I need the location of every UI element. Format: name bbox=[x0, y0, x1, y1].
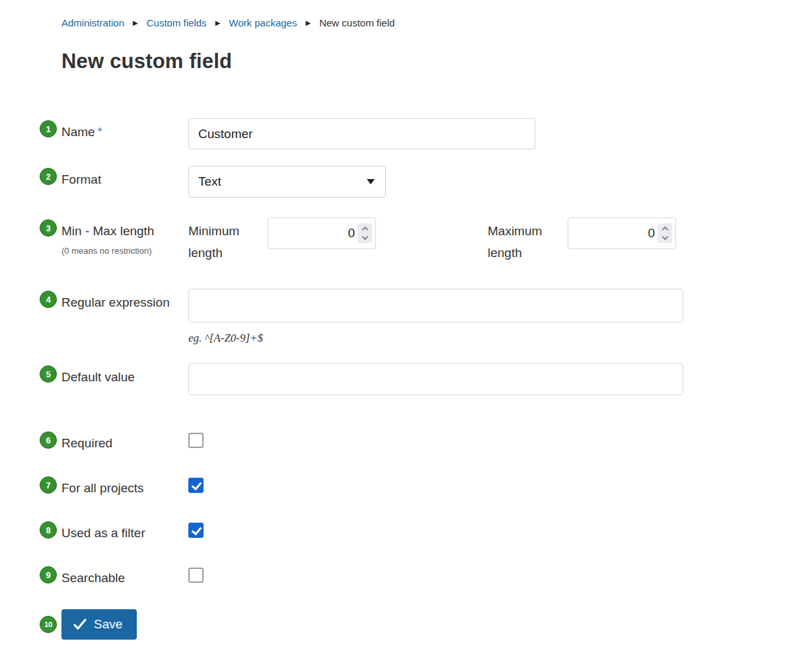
save-button[interactable]: Save bbox=[61, 609, 137, 640]
select-caret-icon bbox=[367, 179, 375, 184]
spinner-up-icon[interactable] bbox=[361, 227, 368, 233]
required-checkbox[interactable] bbox=[188, 433, 204, 448]
used-as-filter-checkbox[interactable] bbox=[188, 523, 204, 538]
minimum-length-label: Minimum length bbox=[188, 217, 268, 264]
step-badge-7: 7 bbox=[40, 476, 57, 494]
minimum-length-input[interactable]: 0 bbox=[268, 217, 376, 249]
required-label: Required bbox=[61, 436, 112, 450]
form-row-required: 6 Required bbox=[40, 429, 791, 448]
regular-expression-label: Regular expression bbox=[61, 295, 170, 309]
breadcrumb-separator-icon: ▶ bbox=[305, 20, 311, 26]
breadcrumb-custom-fields[interactable]: Custom fields bbox=[147, 17, 207, 28]
required-asterisk: * bbox=[98, 126, 102, 138]
format-label: Format bbox=[61, 172, 101, 186]
form-row-default-value: 5 Default value bbox=[40, 363, 791, 395]
step-badge-6: 6 bbox=[40, 431, 57, 449]
for-all-projects-label: For all projects bbox=[61, 481, 144, 495]
name-label: Name* bbox=[61, 125, 102, 139]
step-badge-4: 4 bbox=[40, 291, 57, 308]
page-title: New custom field bbox=[61, 50, 791, 73]
maximum-length-spinner[interactable] bbox=[658, 223, 672, 243]
format-selected-value: Text bbox=[198, 174, 221, 189]
searchable-checkbox[interactable] bbox=[188, 568, 204, 583]
default-value-input[interactable] bbox=[188, 363, 683, 395]
step-badge-3: 3 bbox=[40, 219, 57, 237]
maximum-length-label: Maximum length bbox=[488, 217, 568, 264]
form-row-for-all-projects: 7 For all projects bbox=[40, 474, 791, 493]
maximum-length-value: 0 bbox=[648, 226, 655, 241]
check-icon bbox=[73, 618, 87, 630]
breadcrumb: Administration ▶ Custom fields ▶ Work pa… bbox=[61, 17, 791, 28]
spinner-down-icon[interactable] bbox=[361, 234, 368, 241]
breadcrumb-separator-icon: ▶ bbox=[215, 20, 221, 26]
spinner-up-icon[interactable] bbox=[661, 227, 668, 233]
form-row-name: 1 Name* Customer bbox=[40, 118, 791, 149]
step-badge-8: 8 bbox=[40, 521, 57, 539]
for-all-projects-checkbox[interactable] bbox=[188, 478, 204, 493]
breadcrumb-work-packages[interactable]: Work packages bbox=[229, 17, 297, 28]
minimum-length-value: 0 bbox=[348, 226, 355, 241]
form-row-searchable: 9 Searchable bbox=[40, 564, 791, 583]
minimum-length-spinner[interactable] bbox=[358, 223, 372, 243]
form-row-format: 2 Format Text bbox=[40, 166, 791, 198]
form-row-min-max-length: 3 Min - Max length (0 means no restricti… bbox=[40, 217, 791, 264]
spinner-down-icon[interactable] bbox=[661, 234, 668, 241]
regular-expression-input[interactable] bbox=[188, 289, 683, 322]
regular-expression-example: eg. ^[A-Z0-9]+$ bbox=[188, 332, 791, 345]
maximum-length-input[interactable]: 0 bbox=[568, 217, 676, 249]
name-input[interactable]: Customer bbox=[188, 118, 535, 149]
used-as-filter-label: Used as a filter bbox=[61, 526, 145, 540]
min-max-length-hint: (0 means no restriction) bbox=[61, 246, 188, 256]
step-badge-9: 9 bbox=[40, 566, 57, 583]
step-badge-2: 2 bbox=[40, 168, 57, 185]
new-custom-field-page: Administration ▶ Custom fields ▶ Work pa… bbox=[0, 0, 791, 640]
form-row-save: 10 Save bbox=[40, 609, 791, 640]
searchable-label: Searchable bbox=[61, 571, 125, 585]
step-badge-5: 5 bbox=[40, 365, 57, 383]
save-button-label: Save bbox=[94, 617, 122, 632]
format-select[interactable]: Text bbox=[188, 166, 386, 198]
form-row-used-as-filter: 8 Used as a filter bbox=[40, 519, 791, 538]
breadcrumb-administration[interactable]: Administration bbox=[61, 17, 124, 28]
step-badge-1: 1 bbox=[40, 120, 57, 137]
min-max-length-label: Min - Max length bbox=[61, 224, 154, 238]
breadcrumb-separator-icon: ▶ bbox=[133, 20, 138, 26]
form-row-regular-expression: 4 Regular expression eg. ^[A-Z0-9]+$ bbox=[40, 289, 791, 345]
default-value-label: Default value bbox=[61, 370, 135, 384]
breadcrumb-current-page: New custom field bbox=[319, 17, 395, 28]
step-badge-10: 10 bbox=[40, 616, 57, 633]
